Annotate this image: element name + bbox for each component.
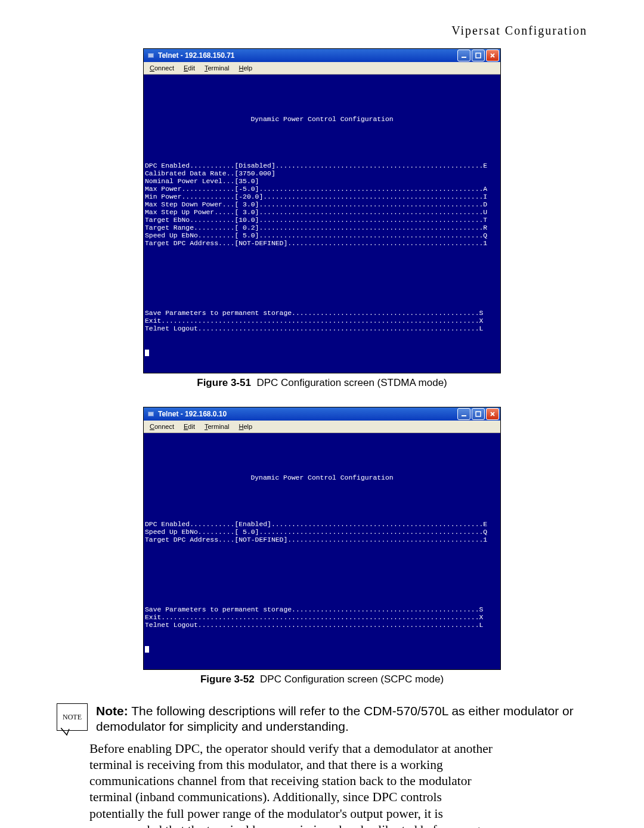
- menu-help[interactable]: Help: [236, 422, 256, 431]
- screen-title: Dynamic Power Control Configuration: [145, 474, 499, 482]
- config-row: Min Power.............[-20.0]...........…: [145, 193, 499, 201]
- action-row: Exit....................................…: [145, 317, 499, 325]
- svg-rect-8: [462, 415, 466, 416]
- config-row: Speed Up EbNo.........[ 5.0]............…: [145, 232, 499, 240]
- config-row: Max Step Down Power...[ 3.0]............…: [145, 201, 499, 209]
- note-icon: NOTE: [57, 703, 88, 731]
- menu-help[interactable]: Help: [236, 63, 256, 73]
- cursor-icon: [145, 350, 149, 356]
- telnet-window-scpc: Telnet - 192.168.0.10 ConnectEditTermina…: [143, 407, 501, 670]
- close-icon[interactable]: [486, 50, 499, 61]
- telnet-icon: [146, 51, 156, 60]
- maximize-icon[interactable]: [472, 408, 485, 420]
- config-row: Target DPC Address....[NOT-DEFINED].....…: [145, 536, 499, 544]
- menu-terminal[interactable]: Terminal: [201, 63, 233, 73]
- cursor-icon: [145, 646, 149, 653]
- body-paragraph: Before enabling DPC, the operator should…: [89, 741, 495, 829]
- svg-rect-9: [476, 412, 481, 416]
- figure-caption-51: Figure 3-51 DPC Configuration screen (ST…: [57, 377, 587, 389]
- action-row: Save Parameters to permanent storage....…: [145, 606, 499, 614]
- menu-terminal[interactable]: Terminal: [201, 422, 233, 431]
- window-title: Telnet - 192.168.150.71: [158, 51, 457, 60]
- config-row: DPC Enabled...........[Disabled]........…: [145, 162, 499, 170]
- terminal-body: Dynamic Power Control Configuration DPC …: [144, 75, 500, 373]
- config-row: Speed Up EbNo.........[ 5.0]............…: [145, 529, 499, 536]
- telnet-icon: [146, 409, 156, 419]
- config-row: Max Step Up Power.....[ 3.0]............…: [145, 209, 499, 217]
- config-row: Max Power.............[-5.0]............…: [145, 186, 499, 193]
- minimize-icon[interactable]: [457, 50, 470, 61]
- menubar: ConnectEditTerminalHelp: [144, 62, 500, 75]
- titlebar: Telnet - 192.168.150.71: [144, 49, 500, 62]
- menu-connect[interactable]: Connect: [146, 422, 178, 431]
- action-row: Telnet Logout...........................…: [145, 325, 499, 333]
- telnet-window-stdma: Telnet - 192.168.150.71 ConnectEditTermi…: [143, 48, 501, 373]
- action-row: Save Parameters to permanent storage....…: [145, 310, 499, 317]
- menu-edit[interactable]: Edit: [180, 63, 199, 73]
- config-row: Target DPC Address....[NOT-DEFINED].....…: [145, 240, 499, 248]
- config-row: Target Range..........[ 0.2]............…: [145, 224, 499, 232]
- config-row: Target EbNo...........[10.0]............…: [145, 217, 499, 224]
- close-icon[interactable]: [486, 408, 499, 420]
- svg-rect-7: [148, 412, 153, 416]
- titlebar: Telnet - 192.168.0.10: [144, 407, 500, 421]
- svg-rect-2: [462, 57, 466, 58]
- action-row: Telnet Logout...........................…: [145, 622, 499, 629]
- config-row: Nominal Power Level...[35.0]: [145, 178, 499, 186]
- config-row: Calibrated Data Rate..[3750.000]: [145, 170, 499, 178]
- note-text: Note: The following descriptions will re…: [95, 703, 587, 735]
- svg-rect-3: [476, 53, 481, 58]
- minimize-icon[interactable]: [457, 408, 470, 420]
- maximize-icon[interactable]: [472, 50, 485, 61]
- config-row: DPC Enabled...........[Enabled].........…: [145, 521, 499, 529]
- terminal-body: Dynamic Power Control Configuration DPC …: [144, 433, 500, 669]
- action-row: Exit....................................…: [145, 614, 499, 622]
- figure-caption-52: Figure 3-52 DPC Configuration screen (SC…: [57, 673, 587, 685]
- menu-edit[interactable]: Edit: [180, 422, 199, 431]
- menu-connect[interactable]: Connect: [146, 63, 178, 73]
- running-head: Vipersat Configuration: [57, 24, 587, 38]
- menubar: ConnectEditTerminalHelp: [144, 421, 500, 433]
- screen-title: Dynamic Power Control Configuration: [145, 116, 499, 123]
- window-title: Telnet - 192.168.0.10: [158, 410, 457, 418]
- svg-rect-1: [148, 54, 153, 57]
